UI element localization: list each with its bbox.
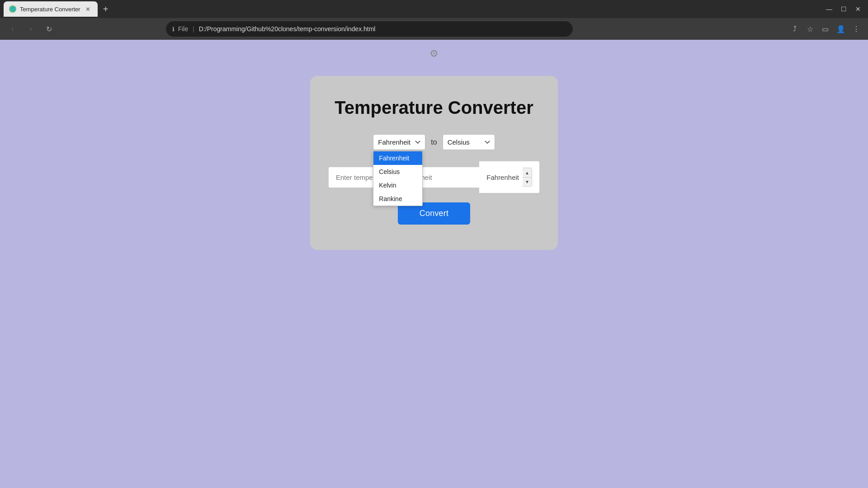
spinner-up-button[interactable]: ▲ (523, 168, 532, 177)
to-label: to (431, 138, 437, 146)
file-label: File (178, 25, 189, 33)
bookmark-icon[interactable]: ☆ (804, 23, 816, 35)
unit-display-text: Fahrenheit (486, 174, 519, 181)
temperature-input-row: Fahrenheit ▲ ▼ (328, 161, 540, 193)
address-bar-row: ‹ › ↻ ℹ File | D:/Programming/Github%20c… (0, 18, 868, 40)
spinner-down-button[interactable]: ▼ (523, 177, 532, 186)
split-view-icon[interactable]: ▭ (819, 23, 832, 35)
converter-card: Temperature Converter Fahrenheit Celsius… (310, 76, 558, 250)
back-button[interactable]: ‹ (5, 22, 20, 36)
address-bar[interactable]: ℹ File | D:/Programming/Github%20clones/… (166, 21, 573, 37)
dropdown-option-fahrenheit[interactable]: Fahrenheit (373, 151, 422, 165)
gear-icon: ⚙ (429, 48, 439, 60)
maximize-button[interactable]: ☐ (837, 3, 850, 15)
unit-display: Fahrenheit ▲ ▼ (479, 161, 540, 193)
window-controls: — ☐ ✕ (823, 3, 864, 15)
menu-icon[interactable]: ⋮ (850, 23, 863, 35)
close-window-button[interactable]: ✕ (852, 3, 864, 15)
active-tab[interactable]: 🌐 Temperature Converter ✕ (4, 1, 98, 17)
browser-actions: ⤴ ☆ ▭ 👤 ⋮ (788, 23, 863, 35)
new-tab-button[interactable]: + (99, 3, 112, 15)
minimize-button[interactable]: — (823, 3, 835, 15)
browser-chrome: 🌐 Temperature Converter ✕ + — ☐ ✕ ‹ › ↻ … (0, 0, 868, 40)
profile-icon[interactable]: 👤 (835, 23, 847, 35)
from-select-wrapper: Fahrenheit Celsius Kelvin Rankine Fahren… (373, 134, 425, 150)
tab-close-button[interactable]: ✕ (84, 5, 92, 13)
url-text: D:/Programming/Github%20clones/temp-conv… (199, 25, 376, 33)
dropdown-option-celsius[interactable]: Celsius (373, 165, 422, 178)
forward-button[interactable]: › (24, 22, 38, 36)
from-dropdown-open[interactable]: Fahrenheit Celsius Kelvin Rankine (373, 151, 423, 206)
share-icon[interactable]: ⤴ (788, 23, 801, 35)
dropdown-option-rankine[interactable]: Rankine (373, 192, 422, 206)
tab-bar: 🌐 Temperature Converter ✕ + — ☐ ✕ (0, 0, 868, 18)
info-icon: ℹ (172, 26, 175, 33)
separator: | (193, 25, 194, 33)
to-unit-select[interactable]: Celsius Fahrenheit Kelvin Rankine (443, 134, 495, 150)
tab-title: Temperature Converter (20, 6, 80, 13)
page-content: ⚙ Temperature Converter Fahrenheit Celsi… (0, 40, 868, 488)
from-unit-select[interactable]: Fahrenheit Celsius Kelvin Rankine (373, 134, 425, 150)
tab-favicon: 🌐 (9, 5, 16, 13)
refresh-button[interactable]: ↻ (42, 22, 56, 36)
dropdown-option-kelvin[interactable]: Kelvin (373, 178, 422, 192)
page-title: Temperature Converter (335, 98, 533, 118)
unit-selector-row: Fahrenheit Celsius Kelvin Rankine Fahren… (373, 134, 495, 150)
spinner-controls: ▲ ▼ (523, 168, 532, 187)
